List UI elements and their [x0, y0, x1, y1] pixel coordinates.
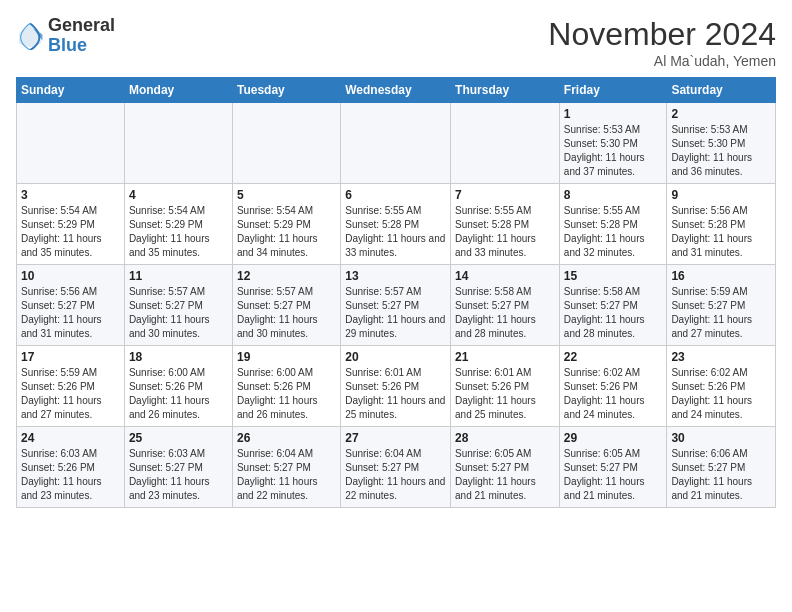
day-number: 16	[671, 269, 771, 283]
calendar-cell	[451, 103, 560, 184]
calendar-cell: 9Sunrise: 5:56 AM Sunset: 5:28 PM Daylig…	[667, 184, 776, 265]
logo-text: General Blue	[48, 16, 115, 56]
calendar-cell	[124, 103, 232, 184]
day-info: Sunrise: 6:00 AM Sunset: 5:26 PM Dayligh…	[237, 366, 336, 422]
day-info: Sunrise: 6:01 AM Sunset: 5:26 PM Dayligh…	[345, 366, 446, 422]
day-number: 28	[455, 431, 555, 445]
day-number: 2	[671, 107, 771, 121]
calendar-cell	[341, 103, 451, 184]
day-number: 23	[671, 350, 771, 364]
day-number: 1	[564, 107, 663, 121]
day-info: Sunrise: 5:53 AM Sunset: 5:30 PM Dayligh…	[671, 123, 771, 179]
day-number: 8	[564, 188, 663, 202]
calendar-week-row: 1Sunrise: 5:53 AM Sunset: 5:30 PM Daylig…	[17, 103, 776, 184]
weekday-header: Wednesday	[341, 78, 451, 103]
day-info: Sunrise: 5:57 AM Sunset: 5:27 PM Dayligh…	[237, 285, 336, 341]
calendar-week-row: 10Sunrise: 5:56 AM Sunset: 5:27 PM Dayli…	[17, 265, 776, 346]
day-number: 9	[671, 188, 771, 202]
day-info: Sunrise: 6:04 AM Sunset: 5:27 PM Dayligh…	[345, 447, 446, 503]
day-number: 11	[129, 269, 228, 283]
day-number: 19	[237, 350, 336, 364]
calendar-cell: 12Sunrise: 5:57 AM Sunset: 5:27 PM Dayli…	[232, 265, 340, 346]
title-block: November 2024 Al Ma`udah, Yemen	[548, 16, 776, 69]
weekday-header: Thursday	[451, 78, 560, 103]
day-info: Sunrise: 6:02 AM Sunset: 5:26 PM Dayligh…	[564, 366, 663, 422]
day-number: 27	[345, 431, 446, 445]
day-info: Sunrise: 6:02 AM Sunset: 5:26 PM Dayligh…	[671, 366, 771, 422]
day-number: 7	[455, 188, 555, 202]
day-info: Sunrise: 5:54 AM Sunset: 5:29 PM Dayligh…	[129, 204, 228, 260]
calendar-cell: 19Sunrise: 6:00 AM Sunset: 5:26 PM Dayli…	[232, 346, 340, 427]
day-info: Sunrise: 5:56 AM Sunset: 5:28 PM Dayligh…	[671, 204, 771, 260]
day-number: 10	[21, 269, 120, 283]
day-info: Sunrise: 5:58 AM Sunset: 5:27 PM Dayligh…	[455, 285, 555, 341]
day-info: Sunrise: 6:05 AM Sunset: 5:27 PM Dayligh…	[455, 447, 555, 503]
calendar-cell: 5Sunrise: 5:54 AM Sunset: 5:29 PM Daylig…	[232, 184, 340, 265]
day-info: Sunrise: 6:06 AM Sunset: 5:27 PM Dayligh…	[671, 447, 771, 503]
calendar-cell	[232, 103, 340, 184]
day-info: Sunrise: 6:03 AM Sunset: 5:27 PM Dayligh…	[129, 447, 228, 503]
day-info: Sunrise: 5:54 AM Sunset: 5:29 PM Dayligh…	[237, 204, 336, 260]
day-info: Sunrise: 5:56 AM Sunset: 5:27 PM Dayligh…	[21, 285, 120, 341]
day-number: 12	[237, 269, 336, 283]
calendar-cell: 6Sunrise: 5:55 AM Sunset: 5:28 PM Daylig…	[341, 184, 451, 265]
day-number: 20	[345, 350, 446, 364]
weekday-header: Friday	[559, 78, 667, 103]
day-number: 13	[345, 269, 446, 283]
calendar-cell: 28Sunrise: 6:05 AM Sunset: 5:27 PM Dayli…	[451, 427, 560, 508]
calendar-week-row: 24Sunrise: 6:03 AM Sunset: 5:26 PM Dayli…	[17, 427, 776, 508]
day-number: 5	[237, 188, 336, 202]
day-number: 24	[21, 431, 120, 445]
day-number: 4	[129, 188, 228, 202]
day-info: Sunrise: 5:55 AM Sunset: 5:28 PM Dayligh…	[455, 204, 555, 260]
calendar-cell: 15Sunrise: 5:58 AM Sunset: 5:27 PM Dayli…	[559, 265, 667, 346]
day-number: 30	[671, 431, 771, 445]
day-number: 14	[455, 269, 555, 283]
day-info: Sunrise: 5:55 AM Sunset: 5:28 PM Dayligh…	[345, 204, 446, 260]
day-info: Sunrise: 6:00 AM Sunset: 5:26 PM Dayligh…	[129, 366, 228, 422]
day-number: 26	[237, 431, 336, 445]
calendar-cell: 30Sunrise: 6:06 AM Sunset: 5:27 PM Dayli…	[667, 427, 776, 508]
day-info: Sunrise: 5:55 AM Sunset: 5:28 PM Dayligh…	[564, 204, 663, 260]
calendar-cell: 2Sunrise: 5:53 AM Sunset: 5:30 PM Daylig…	[667, 103, 776, 184]
calendar-cell: 8Sunrise: 5:55 AM Sunset: 5:28 PM Daylig…	[559, 184, 667, 265]
calendar-cell: 27Sunrise: 6:04 AM Sunset: 5:27 PM Dayli…	[341, 427, 451, 508]
calendar-cell: 24Sunrise: 6:03 AM Sunset: 5:26 PM Dayli…	[17, 427, 125, 508]
calendar-cell: 23Sunrise: 6:02 AM Sunset: 5:26 PM Dayli…	[667, 346, 776, 427]
weekday-header: Saturday	[667, 78, 776, 103]
calendar-cell: 26Sunrise: 6:04 AM Sunset: 5:27 PM Dayli…	[232, 427, 340, 508]
logo: General Blue	[16, 16, 115, 56]
day-number: 15	[564, 269, 663, 283]
calendar-week-row: 17Sunrise: 5:59 AM Sunset: 5:26 PM Dayli…	[17, 346, 776, 427]
day-info: Sunrise: 5:59 AM Sunset: 5:26 PM Dayligh…	[21, 366, 120, 422]
calendar-cell: 4Sunrise: 5:54 AM Sunset: 5:29 PM Daylig…	[124, 184, 232, 265]
page-header: General Blue November 2024 Al Ma`udah, Y…	[16, 16, 776, 69]
day-info: Sunrise: 5:57 AM Sunset: 5:27 PM Dayligh…	[129, 285, 228, 341]
calendar-cell: 22Sunrise: 6:02 AM Sunset: 5:26 PM Dayli…	[559, 346, 667, 427]
weekday-header: Tuesday	[232, 78, 340, 103]
month-title: November 2024	[548, 16, 776, 53]
day-info: Sunrise: 6:05 AM Sunset: 5:27 PM Dayligh…	[564, 447, 663, 503]
day-number: 29	[564, 431, 663, 445]
calendar-cell: 17Sunrise: 5:59 AM Sunset: 5:26 PM Dayli…	[17, 346, 125, 427]
day-info: Sunrise: 5:58 AM Sunset: 5:27 PM Dayligh…	[564, 285, 663, 341]
weekday-header: Monday	[124, 78, 232, 103]
calendar-cell: 16Sunrise: 5:59 AM Sunset: 5:27 PM Dayli…	[667, 265, 776, 346]
calendar-cell: 25Sunrise: 6:03 AM Sunset: 5:27 PM Dayli…	[124, 427, 232, 508]
day-number: 21	[455, 350, 555, 364]
day-number: 3	[21, 188, 120, 202]
calendar-cell: 20Sunrise: 6:01 AM Sunset: 5:26 PM Dayli…	[341, 346, 451, 427]
calendar-cell: 11Sunrise: 5:57 AM Sunset: 5:27 PM Dayli…	[124, 265, 232, 346]
calendar-cell: 1Sunrise: 5:53 AM Sunset: 5:30 PM Daylig…	[559, 103, 667, 184]
location-subtitle: Al Ma`udah, Yemen	[548, 53, 776, 69]
calendar-cell: 7Sunrise: 5:55 AM Sunset: 5:28 PM Daylig…	[451, 184, 560, 265]
calendar-week-row: 3Sunrise: 5:54 AM Sunset: 5:29 PM Daylig…	[17, 184, 776, 265]
calendar-cell: 14Sunrise: 5:58 AM Sunset: 5:27 PM Dayli…	[451, 265, 560, 346]
calendar-cell: 10Sunrise: 5:56 AM Sunset: 5:27 PM Dayli…	[17, 265, 125, 346]
calendar-cell	[17, 103, 125, 184]
day-number: 18	[129, 350, 228, 364]
day-number: 25	[129, 431, 228, 445]
day-info: Sunrise: 6:01 AM Sunset: 5:26 PM Dayligh…	[455, 366, 555, 422]
calendar-cell: 18Sunrise: 6:00 AM Sunset: 5:26 PM Dayli…	[124, 346, 232, 427]
calendar-cell: 21Sunrise: 6:01 AM Sunset: 5:26 PM Dayli…	[451, 346, 560, 427]
